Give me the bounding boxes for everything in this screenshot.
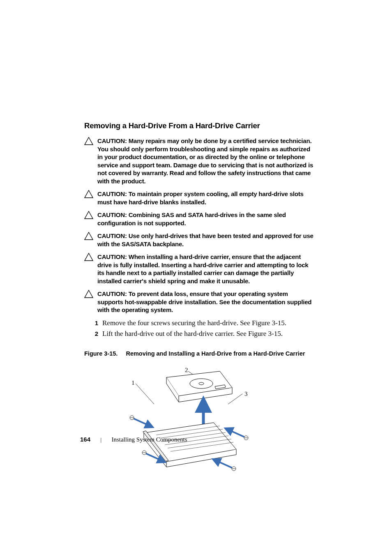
footer-section-name: Installing System Components (111, 436, 187, 443)
callout-3: 3 (244, 391, 248, 398)
caution-block: CAUTION: Many repairs may only be done b… (84, 137, 314, 185)
caution-body: To prevent data loss, ensure that your o… (97, 290, 311, 313)
caution-label: CAUTION: (97, 253, 127, 260)
caution-text: CAUTION: When installing a hard-drive ca… (97, 253, 314, 285)
caution-block: CAUTION: Combining SAS and SATA hard-dri… (84, 211, 314, 227)
caution-text: CAUTION: Many repairs may only be done b… (97, 137, 314, 185)
page-footer: 164 | Installing System Components (80, 436, 187, 443)
caution-triangle-icon (84, 211, 93, 219)
caution-triangle-icon (84, 232, 93, 240)
caution-text: CAUTION: Use only hard-drives that have … (97, 232, 314, 248)
svg-line-0 (136, 384, 154, 404)
svg-line-2 (228, 394, 242, 404)
footer-separator: | (100, 437, 101, 443)
caution-text: CAUTION: To maintain proper system cooli… (97, 190, 314, 206)
hard-drive-carrier-illustration (84, 365, 314, 472)
callout-2: 2 (185, 367, 188, 374)
caution-body: Many repairs may only be done by a certi… (97, 137, 313, 185)
caution-text: CAUTION: To prevent data loss, ensure th… (97, 290, 314, 314)
caution-text: CAUTION: Combining SAS and SATA hard-dri… (97, 211, 314, 227)
caution-block: CAUTION: To prevent data loss, ensure th… (84, 290, 314, 314)
caution-label: CAUTION: (97, 232, 127, 239)
step-item: 1 Remove the four screws securing the ha… (84, 319, 314, 327)
page: Removing a Hard-Drive From a Hard-Drive … (0, 0, 392, 555)
figure-label: Figure 3-15. (84, 350, 118, 357)
caution-block: CAUTION: To maintain proper system cooli… (84, 190, 314, 206)
caution-block: CAUTION: When installing a hard-drive ca… (84, 253, 314, 285)
caution-body: To maintain proper system cooling, all e… (97, 190, 304, 206)
svg-line-14 (228, 430, 244, 437)
svg-line-15 (216, 460, 232, 468)
page-number: 164 (80, 436, 90, 443)
caution-triangle-icon (84, 290, 93, 298)
step-item: 2 Lift the hard-drive out of the hard-dr… (84, 330, 314, 338)
section-heading: Removing a Hard-Drive From a Hard-Drive … (84, 121, 314, 130)
caution-triangle-icon (84, 190, 93, 198)
caution-label: CAUTION: (97, 190, 127, 197)
step-text: Lift the hard-drive out of the hard-driv… (102, 330, 283, 338)
steps-list: 1 Remove the four screws securing the ha… (84, 319, 314, 338)
svg-line-12 (134, 419, 150, 426)
caution-triangle-icon (84, 253, 93, 261)
caution-body: Use only hard-drives that have been test… (97, 232, 314, 247)
figure-title: Removing and Installing a Hard-Drive fro… (126, 350, 305, 357)
content-column: Removing a Hard-Drive From a Hard-Drive … (84, 121, 314, 472)
caution-body: When installing a hard-drive carrier, en… (97, 253, 309, 284)
caution-label: CAUTION: (97, 137, 127, 144)
callout-1: 1 (131, 379, 135, 386)
caution-triangle-icon (84, 137, 93, 145)
caution-block: CAUTION: Use only hard-drives that have … (84, 232, 314, 248)
caution-label: CAUTION: (97, 211, 127, 218)
step-number: 2 (84, 330, 102, 337)
step-number: 1 (84, 319, 102, 326)
figure-exploded-view: 1 2 3 (84, 365, 314, 472)
figure-caption: Figure 3-15. Removing and Installing a H… (84, 350, 314, 357)
caution-label: CAUTION: (97, 290, 127, 297)
step-text: Remove the four screws securing the hard… (102, 319, 286, 327)
